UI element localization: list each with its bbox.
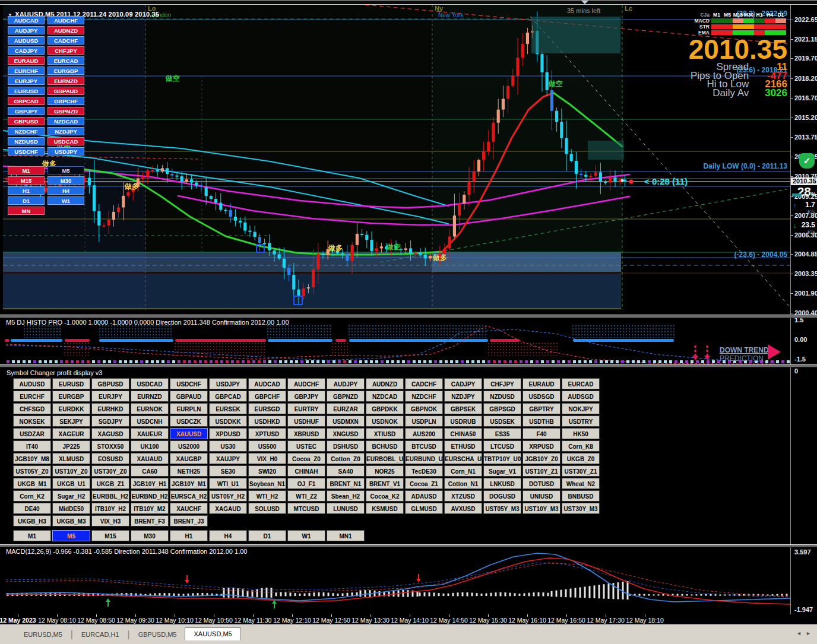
pair-button-cadjpy[interactable]: CADJPY: [8, 46, 45, 55]
symbol-button-sgdjpy[interactable]: SGDJPY: [91, 415, 129, 427]
symbol-button-usdpln[interactable]: USDPLN: [405, 415, 443, 427]
pair-button-m15[interactable]: M15: [8, 176, 45, 185]
symbol-button-vix_h0[interactable]: VIX_H0: [248, 453, 286, 464]
symbol-button-ust30y_z1[interactable]: UST30Y_Z1: [562, 465, 600, 477]
symbol-button-hk50[interactable]: HK50: [562, 428, 600, 439]
symbol-button-ltcusd[interactable]: LTCUSD: [483, 440, 521, 452]
symbol-button-jgb10y_m8[interactable]: JGB10Y_M8: [13, 453, 51, 464]
symbol-button-gbpcad[interactable]: GBPCAD: [209, 391, 247, 402]
symbol-button-xaugbp[interactable]: XAUGBP: [170, 453, 208, 464]
symbol-button-eurzar[interactable]: EURZAR: [327, 403, 365, 414]
symbol-button-neth25[interactable]: NETH25: [170, 465, 208, 477]
pair-button-gbpchf[interactable]: GBPCHF: [48, 97, 84, 105]
symbol-button-dshusd[interactable]: DSHUSD: [327, 440, 365, 452]
symbol-button-euraud[interactable]: EURAUD: [522, 378, 560, 389]
pair-button-m30[interactable]: M30: [48, 176, 84, 185]
symbol-button-nor25[interactable]: NOR25: [366, 465, 404, 477]
chart-tab-eurusd-m5[interactable]: EURUSD,M5: [15, 629, 71, 640]
symbol-button-xaujpy[interactable]: XAUJPY: [209, 453, 247, 464]
symbol-button-eurcad[interactable]: EURCAD: [562, 378, 600, 389]
symbol-button-ukgb_m3[interactable]: UKGB_M3: [52, 515, 90, 526]
symbol-button-cocoa_z0[interactable]: Cocoa_Z0: [287, 453, 325, 464]
symbol-button-eursek[interactable]: EURSEK: [209, 403, 247, 414]
symbol-button-xngusd[interactable]: XNGUSD: [327, 428, 365, 439]
tf-button-d1[interactable]: D1: [248, 530, 286, 541]
symbol-button-cadjpy[interactable]: CADJPY: [444, 378, 482, 389]
symbol-button-gbpchf[interactable]: GBPCHF: [248, 391, 286, 402]
symbol-button-gbpaud[interactable]: GBPAUD: [170, 391, 208, 402]
chart-tab-eurcad-h1[interactable]: EURCAD,H1: [73, 629, 128, 640]
symbol-button-audchf[interactable]: AUDCHF: [287, 378, 325, 389]
symbol-button-audusd[interactable]: AUDUSD: [13, 378, 51, 389]
tf-button-m5[interactable]: M5: [52, 530, 90, 541]
symbol-button-gbpdkk[interactable]: GBPDKK: [366, 403, 404, 414]
symbol-button-corn_k2[interactable]: Corn_K2: [13, 490, 51, 502]
symbol-button-eursgd[interactable]: EURSGD: [248, 403, 286, 414]
symbol-button-chinah[interactable]: CHINAH: [287, 465, 325, 477]
macd-indicator-panel[interactable]: MACD(12,26,9) -0.966 -0.381 -0.585 Direc…: [3, 547, 790, 614]
symbol-button-xagaud[interactable]: XAGAUD: [209, 503, 247, 514]
symbol-button-eosusd[interactable]: EOSUSD: [91, 453, 129, 464]
pair-button-d1[interactable]: D1: [8, 196, 45, 205]
tab-scroll-right-icon[interactable]: ►: [806, 630, 811, 636]
symbol-button-usdcad[interactable]: USDCAD: [131, 378, 169, 389]
pair-button-eurusd[interactable]: EURUSD: [8, 87, 45, 95]
pair-button-audcad[interactable]: AUDCAD: [8, 16, 45, 24]
symbol-button-eurgbp[interactable]: EURGBP: [52, 391, 90, 402]
pair-button-nzdusd[interactable]: NZDUSD: [8, 137, 45, 145]
symbol-button-eurpln[interactable]: EURPLN: [170, 403, 208, 414]
symbol-button-usdmxn[interactable]: USDMXN: [327, 415, 365, 427]
pair-button-gbpusd[interactable]: GBPUSD: [8, 117, 45, 125]
pair-button-mn[interactable]: MN: [8, 207, 45, 215]
tf-button-m15[interactable]: M15: [91, 530, 129, 541]
symbol-button-ukgb_m1[interactable]: UKGB_M1: [13, 478, 51, 489]
symbol-button-stoxx50[interactable]: STOXX50: [91, 440, 129, 452]
symbol-button-wti_u1[interactable]: WTI_U1: [209, 478, 247, 489]
symbol-button-ust30y_z0[interactable]: UST30Y_Z0: [91, 465, 129, 477]
symbol-button-xauchf[interactable]: XAUCHF: [170, 503, 208, 514]
symbol-button-brent_f3[interactable]: BRENT_F3: [131, 515, 169, 526]
symbol-button-us2000[interactable]: US2000: [170, 440, 208, 452]
symbol-button-xptusd[interactable]: XPTUSD: [248, 428, 286, 439]
symbol-button-xrpusd[interactable]: XRPUSD: [522, 440, 560, 452]
symbol-button-usdthb[interactable]: USDTHB: [522, 415, 560, 427]
symbol-button-jp225[interactable]: JP225: [52, 440, 90, 452]
pair-button-nzdchf[interactable]: NZDCHF: [8, 127, 45, 135]
symbol-button-jgb10y_h1[interactable]: JGB10Y_H1: [131, 478, 169, 489]
symbol-button-cadchf[interactable]: CADCHF: [405, 378, 443, 389]
pair-button-gbpnzd[interactable]: GBPNZD: [48, 107, 84, 115]
symbol-button-usdjpy[interactable]: USDJPY: [209, 378, 247, 389]
pair-button-usdchf[interactable]: USDCHF: [8, 147, 45, 156]
symbol-button-uk100[interactable]: UK100: [131, 440, 169, 452]
symbol-button-uniusd[interactable]: UNIUSD: [522, 490, 560, 502]
symbol-button-usdchf[interactable]: USDCHF: [170, 378, 208, 389]
tf-button-w1[interactable]: W1: [287, 530, 325, 541]
symbol-button-vix_h3[interactable]: VIX_H3: [91, 515, 129, 526]
symbol-button-ust10y_z0[interactable]: UST10Y_Z0: [52, 465, 90, 477]
symbol-button-noksek[interactable]: NOKSEK: [13, 415, 51, 427]
pair-button-audusd[interactable]: AUDUSD: [8, 36, 45, 45]
chart-tab-gbpusd-m5[interactable]: GBPUSD,M5: [130, 629, 185, 640]
symbol-button-brent_j3[interactable]: BRENT_J3: [170, 515, 208, 526]
symbol-button-brent_v1[interactable]: BRENT_V1: [366, 478, 404, 489]
symbol-button-de40[interactable]: DE40: [13, 503, 51, 514]
symbol-button-xauaud[interactable]: XAUAUD: [131, 453, 169, 464]
symbol-button-ust05y_h2[interactable]: UST05Y_H2: [209, 490, 247, 502]
symbol-button-xtiusd[interactable]: XTIUSD: [366, 428, 404, 439]
symbol-button-eurbund_u0[interactable]: EURBUND_U0: [405, 453, 443, 464]
symbol-button-swi20[interactable]: SWI20: [248, 465, 286, 477]
symbol-button-usdzar[interactable]: USDZAR: [13, 428, 51, 439]
tab-scroll-left-icon[interactable]: ◄: [796, 630, 802, 636]
symbol-button-glmusd[interactable]: GLMUSD: [405, 503, 443, 514]
time-axis[interactable]: 12 May 202312 May 08:1012 May 08:5012 Ma…: [0, 614, 817, 624]
symbol-button-usdrub[interactable]: USDRUB: [444, 415, 482, 427]
symbol-button-usdnok[interactable]: USDNOK: [366, 415, 404, 427]
symbol-button-usdsgd[interactable]: USDSGD: [522, 391, 560, 402]
pair-button-m5[interactable]: M5: [48, 166, 84, 175]
symbol-button-ust30y_m3[interactable]: UST30Y_M3: [562, 503, 600, 514]
tf-button-h4[interactable]: H4: [209, 530, 247, 541]
symbol-button-chfjpy[interactable]: CHFJPY: [483, 378, 521, 389]
symbol-button-bnbusd[interactable]: BNBUSD: [562, 490, 600, 502]
symbol-button-brent_n1[interactable]: BRENT_N1: [327, 478, 365, 489]
symbol-button-jgb10y_z0[interactable]: JGB10Y_Z0: [522, 453, 560, 464]
